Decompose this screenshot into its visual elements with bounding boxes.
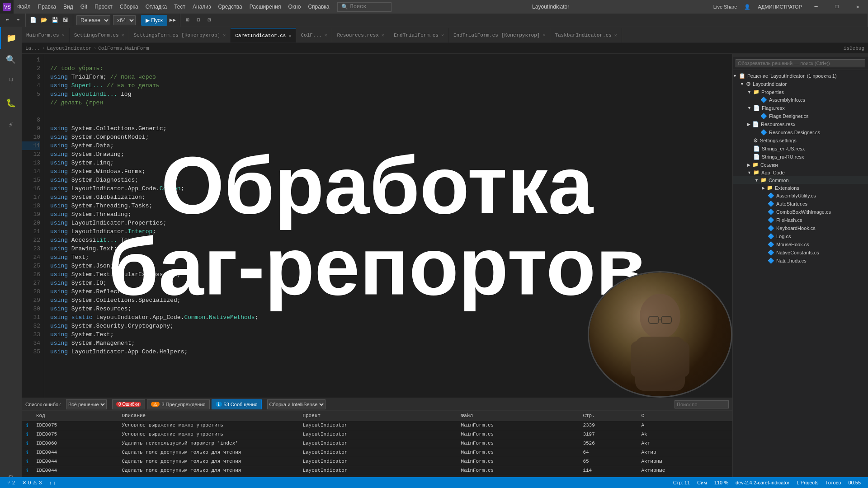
col-desc[interactable]: Описание bbox=[118, 411, 299, 421]
tab-close-3[interactable]: ✕ bbox=[288, 33, 291, 38]
status-line[interactable]: Стр: 11 bbox=[670, 480, 693, 485]
debug-next-button[interactable]: ▶▶ bbox=[167, 15, 178, 26]
tab-caretindicator[interactable]: CaretIndicator.cs ✕ bbox=[231, 28, 296, 42]
table-row[interactable]: ℹ IDE0044 Сделать поле доступным только … bbox=[22, 448, 732, 457]
maximize-button[interactable]: □ bbox=[826, 0, 847, 14]
col-col[interactable]: С bbox=[637, 411, 732, 421]
col-project[interactable]: Проект bbox=[299, 411, 457, 421]
menu-extensions[interactable]: Расширения bbox=[246, 0, 285, 14]
tab-close-8[interactable]: ✕ bbox=[614, 33, 617, 38]
breadcrumb-part-0[interactable]: La... bbox=[25, 46, 40, 51]
status-errors[interactable]: ✕ 0 ⚠ 3 bbox=[19, 477, 45, 488]
debug-icon[interactable]: 🐛 bbox=[0, 92, 22, 114]
minimize-button[interactable]: — bbox=[806, 0, 826, 14]
se-autostarter[interactable]: 🔷 AutoStarter.cs bbox=[733, 200, 868, 208]
back-button[interactable]: ⬅ bbox=[2, 15, 13, 26]
search-box[interactable]: 🔍 Поиск bbox=[337, 2, 392, 12]
close-button[interactable]: ✕ bbox=[847, 0, 868, 14]
menu-project[interactable]: Проект bbox=[91, 0, 116, 14]
status-branch[interactable]: ⑂ 2 bbox=[4, 477, 19, 488]
error-scope-select[interactable]: Всё решение bbox=[66, 399, 107, 409]
liveshare-btn[interactable]: Live Share bbox=[710, 0, 741, 14]
status-zoom[interactable]: 110 % bbox=[711, 480, 732, 485]
tab-close-4[interactable]: ✕ bbox=[325, 33, 327, 38]
table-row[interactable]: ℹ IDE0060 Удалить неиспользуемый парамет… bbox=[22, 439, 732, 448]
tab-endtrial[interactable]: EndTrialForm.cs ✕ bbox=[389, 28, 449, 42]
save-all-button[interactable]: 🖫 bbox=[60, 15, 71, 26]
se-nativemethods[interactable]: 🔷 Nati...hods.cs bbox=[733, 257, 868, 265]
tab-close-2[interactable]: ✕ bbox=[223, 33, 226, 38]
tab-settingsformdesign[interactable]: SettingsForm.cs [Конструктор] ✕ bbox=[129, 28, 231, 42]
tab-close-6[interactable]: ✕ bbox=[441, 33, 444, 38]
breadcrumb-part-2[interactable]: ColForms.MainForm bbox=[98, 46, 149, 51]
menu-view[interactable]: Вид bbox=[60, 0, 77, 14]
se-assemblyutility[interactable]: 🔷 AssemblyUtility.cs bbox=[733, 192, 868, 200]
extensions-icon[interactable]: ⚡ bbox=[0, 114, 22, 136]
tab-close-1[interactable]: ✕ bbox=[122, 33, 124, 38]
table-row[interactable]: ℹ IDE0044 Сделать поле доступным только … bbox=[22, 457, 732, 466]
tab-settingsform[interactable]: SettingsForm.cs ✕ bbox=[70, 28, 129, 42]
se-log[interactable]: 🔷 Log.cs bbox=[733, 232, 868, 240]
tab-close-0[interactable]: ✕ bbox=[62, 33, 65, 38]
errors-filter-btn[interactable]: 0 Ошибки bbox=[112, 399, 145, 409]
col-code[interactable]: Код bbox=[33, 411, 118, 421]
se-project[interactable]: ▼ ⚙ LayoutIndicator bbox=[733, 80, 868, 88]
status-caret-indicator[interactable]: dev-2.4.2-caret-indicator bbox=[732, 480, 793, 485]
se-links[interactable]: ▶ 📁 Ссылки bbox=[733, 161, 868, 169]
menu-tools[interactable]: Средства bbox=[215, 0, 246, 14]
se-filehash[interactable]: 🔷 FileHash.cs bbox=[733, 216, 868, 224]
start-button[interactable]: ▶ Пуск bbox=[141, 15, 167, 26]
se-extensions[interactable]: ▶ 📁 Extensions bbox=[733, 184, 868, 192]
se-flags-resx[interactable]: ▼ 📄 Flags.resx bbox=[733, 104, 868, 112]
se-search-input[interactable] bbox=[736, 59, 865, 67]
menu-test[interactable]: Тест bbox=[170, 0, 189, 14]
col-line[interactable]: Стр. bbox=[579, 411, 637, 421]
breadcrumb-part-1[interactable]: LayoutIndicator bbox=[47, 46, 92, 51]
status-projects[interactable]: LiProjects bbox=[793, 480, 822, 485]
table-row[interactable]: ℹ IDE0044 Сделать поле доступным только … bbox=[22, 466, 732, 475]
menu-edit[interactable]: Правка bbox=[34, 0, 60, 14]
tab-colf[interactable]: ColF... ✕ bbox=[296, 28, 332, 42]
menu-file[interactable]: Файл bbox=[14, 0, 34, 14]
se-common-folder[interactable]: ▼ 📁 Common bbox=[733, 176, 868, 184]
forward-button[interactable]: ➡ bbox=[13, 15, 24, 26]
se-mousehook[interactable]: 🔷 MouseHook.cs bbox=[733, 240, 868, 249]
build-source-select[interactable]: Сборка и IntelliSense bbox=[267, 399, 326, 409]
menu-window[interactable]: Окно bbox=[284, 0, 304, 14]
menu-help[interactable]: Справка bbox=[304, 0, 333, 14]
menu-debug[interactable]: Отладка bbox=[142, 0, 170, 14]
platform-select[interactable]: x64 x86 bbox=[113, 15, 136, 25]
tab-close-5[interactable]: ✕ bbox=[382, 33, 384, 38]
tb-extra-2[interactable]: ⊟ bbox=[193, 15, 204, 26]
table-row[interactable]: ℹ IDE0075 Условное выражение можно упрос… bbox=[22, 421, 732, 430]
table-row[interactable]: ℹ IDE0075 Условное выражение можно упрос… bbox=[22, 430, 732, 439]
se-resources-designer[interactable]: 🔷 Resources.Designer.cs bbox=[733, 128, 868, 136]
se-flags-designer[interactable]: 🔷 Flags.Designer.cs bbox=[733, 112, 868, 120]
open-file-button[interactable]: 📂 bbox=[38, 15, 49, 26]
se-strings-en[interactable]: 📄 Strings_en-US.resx bbox=[733, 145, 868, 153]
tab-resources[interactable]: Resources.resx ✕ bbox=[332, 28, 389, 42]
status-sym[interactable]: Сим bbox=[693, 480, 711, 485]
tab-mainform[interactable]: MainForm.cs ✕ bbox=[22, 28, 70, 42]
se-strings-ru[interactable]: 📄 Strings_ru-RU.resx bbox=[733, 153, 868, 161]
se-comboboxwithimage[interactable]: 🔷 ComboBoxWithImage.cs bbox=[733, 208, 868, 216]
tb-extra-1[interactable]: ⊞ bbox=[182, 15, 193, 26]
se-appcode[interactable]: ▼ 📁 App_Code bbox=[733, 169, 868, 176]
se-solution-root[interactable]: ▼ 📋 Решение 'LayoutIndicator' (1 проекта… bbox=[733, 72, 868, 80]
error-search-input[interactable] bbox=[675, 400, 729, 408]
messages-filter-btn[interactable]: ℹ 53 Сообщения bbox=[212, 399, 262, 409]
se-assemblyinfo[interactable]: 🔷 AssemblyInfo.cs bbox=[733, 96, 868, 104]
menu-analyze[interactable]: Анализ bbox=[189, 0, 215, 14]
tab-endtrialdesign[interactable]: EndTrialForm.cs [Конструктор] ✕ bbox=[449, 28, 550, 42]
search-icon[interactable]: 🔍 bbox=[0, 49, 22, 70]
git-icon[interactable]: ⑂ bbox=[0, 70, 22, 92]
warnings-filter-btn[interactable]: ⚠ 3 Предупреждения bbox=[147, 399, 209, 409]
se-keyboardhook[interactable]: 🔷 KeyboardHook.cs bbox=[733, 224, 868, 232]
se-settings[interactable]: ⚙ Settings.settings bbox=[733, 136, 868, 145]
status-nav[interactable]: ↑ ↓ bbox=[45, 477, 59, 488]
menu-build[interactable]: Сборка bbox=[116, 0, 142, 14]
menu-git[interactable]: Git bbox=[77, 0, 91, 14]
tb-extra-3[interactable]: ⊡ bbox=[204, 15, 215, 26]
se-properties-folder[interactable]: ▼ 📁 Properties bbox=[733, 88, 868, 96]
tab-taskbar[interactable]: TaskbarIndicator.cs ✕ bbox=[550, 28, 622, 42]
